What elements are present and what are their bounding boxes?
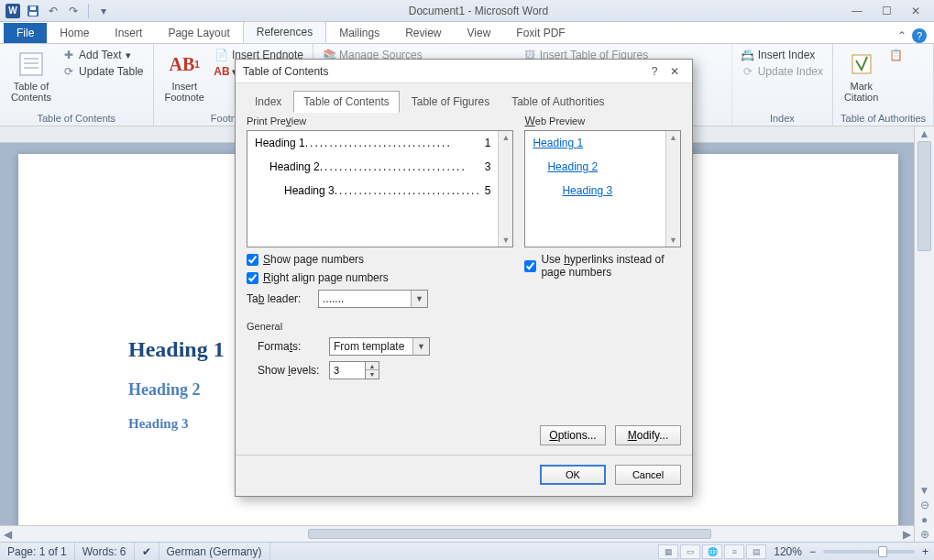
dialog-close-icon[interactable]: ✕ xyxy=(665,63,685,80)
print-preview-label: Print Preview xyxy=(247,115,513,127)
tab-leader-value: ....... xyxy=(323,292,344,305)
show-levels-label: Show levels: xyxy=(258,364,322,377)
table-of-contents-dialog: Table of Contents ? ✕ Index Table of Con… xyxy=(235,59,693,497)
preview-scrollbar[interactable]: ▲ ▼ xyxy=(498,131,512,247)
use-hyperlinks-checkbox[interactable] xyxy=(524,260,536,272)
dialog-help-icon[interactable]: ? xyxy=(644,63,665,80)
right-align-label: Right align page numbers xyxy=(263,271,389,284)
toc-web-link[interactable]: Heading 2 xyxy=(533,160,658,173)
chevron-down-icon[interactable]: ▼ xyxy=(411,291,427,307)
use-hyperlinks-label: Use hyperlinks instead of page numbers xyxy=(541,253,681,279)
right-align-checkbox[interactable] xyxy=(247,272,258,284)
scroll-down-icon[interactable]: ▼ xyxy=(499,234,512,247)
show-page-numbers-checkbox[interactable] xyxy=(247,254,258,266)
scroll-down-icon[interactable]: ▼ xyxy=(666,234,680,247)
dialog-titlebar[interactable]: Table of Contents ? ✕ xyxy=(236,60,692,83)
web-preview-label: Web Preview xyxy=(524,115,681,127)
toc-web-link[interactable]: Heading 1 xyxy=(533,137,658,149)
formats-value: From template xyxy=(334,340,404,353)
cancel-button[interactable]: Cancel xyxy=(615,465,681,485)
scroll-up-icon[interactable]: ▲ xyxy=(666,131,680,144)
tab-leader-combo[interactable]: ....... ▼ xyxy=(318,290,428,308)
show-levels-input[interactable] xyxy=(329,361,366,379)
scroll-up-icon[interactable]: ▲ xyxy=(499,131,512,144)
general-section-label: General xyxy=(247,321,681,332)
toc-preview-line: Heading 2 ..............................… xyxy=(255,160,490,173)
dialog-tabs: Index Table of Contents Table of Figures… xyxy=(236,83,692,113)
spin-down-icon[interactable]: ▼ xyxy=(366,370,379,379)
show-page-numbers-label: Show page numbers xyxy=(263,253,364,266)
preview-scrollbar[interactable]: ▲ ▼ xyxy=(665,131,680,247)
dialog-title: Table of Contents xyxy=(243,65,644,78)
print-preview-box: Heading 1 ..............................… xyxy=(247,130,513,247)
dialog-tab-tof[interactable]: Table of Figures xyxy=(401,91,500,113)
web-preview-box: Heading 1Heading 2Heading 3 ▲ ▼ xyxy=(524,130,681,247)
chevron-down-icon[interactable]: ▼ xyxy=(412,338,429,355)
options-button[interactable]: Options... xyxy=(540,425,606,445)
ok-button[interactable]: OK xyxy=(540,465,606,485)
toc-preview-line: Heading 3 ..............................… xyxy=(255,184,490,197)
toc-preview-line: Heading 1 ..............................… xyxy=(255,137,490,149)
tab-leader-label: Tab leader: xyxy=(247,292,311,305)
dialog-tab-toa[interactable]: Table of Authorities xyxy=(501,91,614,113)
spin-up-icon[interactable]: ▲ xyxy=(366,362,379,370)
modify-button[interactable]: Modify... xyxy=(615,425,681,445)
show-levels-spinner[interactable]: ▲▼ xyxy=(329,361,379,379)
dialog-tab-toc[interactable]: Table of Contents xyxy=(293,91,399,113)
dialog-tab-index[interactable]: Index xyxy=(245,91,291,113)
formats-combo[interactable]: From template ▼ xyxy=(329,337,430,356)
formats-label: Formats: xyxy=(258,340,322,353)
dialog-overlay: Table of Contents ? ✕ Index Table of Con… xyxy=(0,0,934,560)
toc-web-link[interactable]: Heading 3 xyxy=(533,184,658,197)
